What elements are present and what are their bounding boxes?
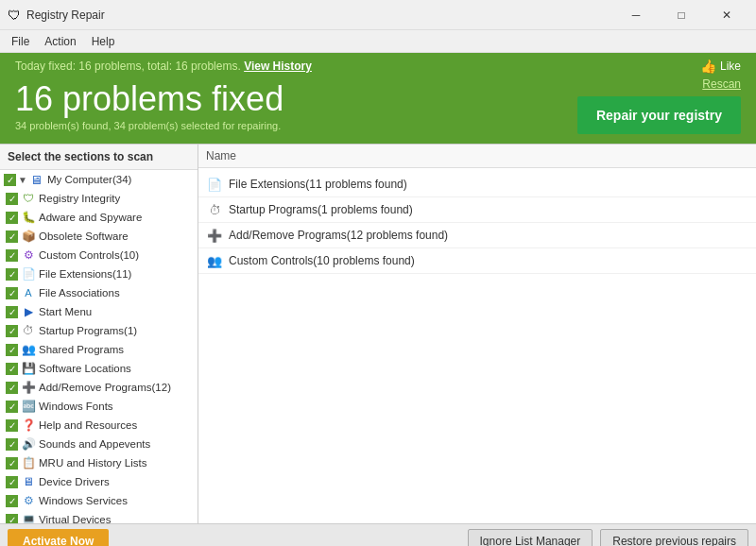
list-item[interactable]: ✓ ❓ Help and Resources: [0, 416, 198, 435]
rescan-link[interactable]: Rescan: [702, 77, 741, 91]
view-history-link[interactable]: View History: [244, 60, 312, 73]
list-item[interactable]: ✓ 💻 Virtual Devices: [0, 510, 198, 523]
package-icon: 📦: [21, 229, 36, 244]
restore-repairs-button[interactable]: Restore previous repairs: [600, 529, 748, 547]
drivers-icon: 🖥: [21, 474, 36, 489]
result-text: Add/Remove Programs(12 problems found): [229, 229, 448, 242]
item-checkbox[interactable]: ✓: [6, 212, 18, 224]
assoc-icon: A: [21, 285, 36, 300]
result-item[interactable]: ⏱ Startup Programs(1 problems found): [198, 197, 756, 223]
result-text: Custom Controls(10 problems found): [229, 254, 415, 267]
close-button[interactable]: ✕: [705, 0, 748, 30]
root-label: My Computer(34): [47, 174, 131, 185]
root-checkbox[interactable]: ✓: [4, 174, 16, 186]
item-checkbox[interactable]: ✓: [6, 193, 18, 205]
startup-icon: ⏱: [21, 323, 36, 338]
title-bar: 🛡 Registry Repair ─ □ ✕: [0, 0, 756, 30]
list-item[interactable]: ✓ 🛡 Registry Integrity: [0, 189, 198, 208]
services-icon: ⚙: [21, 493, 36, 508]
startup-result-icon: ⏱: [206, 201, 223, 218]
tree-root[interactable]: ✓ ▼ 🖥 My Computer(34): [0, 170, 198, 189]
custom-icon: ⚙: [21, 247, 36, 263]
result-item[interactable]: ➕ Add/Remove Programs(12 problems found): [198, 223, 756, 248]
file-ext-result-icon: 📄: [206, 176, 223, 193]
like-button[interactable]: 👍 Like: [700, 59, 741, 74]
fonts-icon: 🔤: [21, 399, 36, 414]
list-item[interactable]: ✓ 💾 Software Locations: [0, 359, 198, 378]
result-item[interactable]: 👥 Custom Controls(10 problems found): [198, 248, 756, 274]
item-checkbox[interactable]: ✓: [6, 476, 18, 488]
problems-subtitle: 34 problem(s) found, 34 problem(s) selec…: [15, 120, 284, 131]
item-checkbox[interactable]: ✓: [6, 382, 18, 394]
list-item[interactable]: ✓ 🐛 Adware and Spyware: [0, 208, 198, 227]
help-icon: ❓: [21, 418, 36, 433]
file-ext-icon: 📄: [21, 266, 36, 282]
window-title: Registry Repair: [26, 9, 614, 22]
custom-result-icon: 👥: [206, 252, 223, 269]
activate-button[interactable]: Activate Now: [8, 529, 109, 547]
addremove-icon: ➕: [21, 380, 36, 395]
ignore-list-button[interactable]: Ignore List Manager: [468, 529, 593, 547]
header-today-text: Today fixed: 16 problems, total: 16 prob…: [15, 60, 312, 73]
list-item[interactable]: ✓ 📄 File Extensions(11): [0, 264, 198, 283]
left-panel: Select the sections to scan ✓ ▼ 🖥 My Com…: [0, 145, 198, 523]
result-item[interactable]: 📄 File Extensions(11 problems found): [198, 172, 756, 197]
menu-help[interactable]: Help: [84, 33, 123, 50]
bottom-bar: Activate Now Ignore List Manager Restore…: [0, 523, 756, 546]
item-checkbox[interactable]: ✓: [6, 457, 18, 469]
list-item[interactable]: ✓ ⏱ Startup Programs(1): [0, 321, 198, 340]
sounds-icon: 🔊: [21, 436, 36, 452]
list-item[interactable]: ✓ 🔊 Sounds and Appevents: [0, 435, 198, 453]
item-checkbox[interactable]: ✓: [6, 363, 18, 375]
shared-icon: 👥: [21, 342, 36, 357]
start-icon: ▶: [21, 304, 36, 319]
list-item[interactable]: ✓ 🖥 Device Drivers: [0, 472, 198, 491]
list-item[interactable]: ✓ 🔤 Windows Fonts: [0, 397, 198, 416]
item-checkbox[interactable]: ✓: [6, 401, 18, 413]
mru-icon: 📋: [21, 455, 36, 470]
list-item[interactable]: ✓ 📋 MRU and History Lists: [0, 453, 198, 472]
software-icon: 💾: [21, 361, 36, 376]
item-checkbox[interactable]: ✓: [6, 344, 18, 356]
item-checkbox[interactable]: ✓: [6, 249, 18, 262]
list-item[interactable]: ✓ ⚙ Windows Services: [0, 491, 198, 510]
list-item[interactable]: ✓ A File Associations: [0, 283, 198, 302]
list-item[interactable]: ✓ ⚙ Custom Controls(10): [0, 246, 198, 264]
menu-action[interactable]: Action: [37, 33, 83, 50]
item-checkbox[interactable]: ✓: [6, 438, 18, 451]
window-controls: ─ □ ✕: [614, 0, 748, 30]
maximize-button[interactable]: □: [660, 0, 703, 30]
repair-button[interactable]: Repair your registry: [577, 96, 741, 134]
item-checkbox[interactable]: ✓: [6, 306, 18, 318]
result-text: File Extensions(11 problems found): [229, 178, 407, 191]
result-text: Startup Programs(1 problems found): [229, 203, 413, 216]
item-checkbox[interactable]: ✓: [6, 514, 18, 524]
virtual-icon: 💻: [21, 512, 36, 523]
main-content: Select the sections to scan ✓ ▼ 🖥 My Com…: [0, 144, 756, 523]
item-checkbox[interactable]: ✓: [6, 230, 18, 243]
right-panel-header: Name: [198, 145, 756, 168]
list-item[interactable]: ✓ 📦 Obsolete Software: [0, 227, 198, 246]
item-checkbox[interactable]: ✓: [6, 268, 18, 281]
like-icon: 👍: [700, 59, 716, 74]
expand-icon: ▼: [18, 175, 27, 185]
problems-title: 16 problems fixed: [15, 80, 284, 118]
minimize-button[interactable]: ─: [614, 0, 658, 30]
menu-file[interactable]: File: [4, 33, 37, 50]
shield-icon: 🛡: [21, 191, 36, 206]
item-checkbox[interactable]: ✓: [6, 495, 18, 507]
app-icon: 🛡: [8, 8, 21, 23]
item-checkbox[interactable]: ✓: [6, 419, 18, 432]
item-checkbox[interactable]: ✓: [6, 325, 18, 337]
item-checkbox[interactable]: ✓: [6, 287, 18, 299]
monitor-icon: 🖥: [29, 172, 44, 187]
list-item[interactable]: ✓ ▶ Start Menu: [0, 302, 198, 321]
bug-icon: 🐛: [21, 210, 36, 225]
left-panel-body: ✓ ▼ 🖥 My Computer(34) ✓ 🛡 Registry Integ…: [0, 170, 198, 523]
menu-bar: File Action Help: [0, 30, 756, 53]
right-panel-body: 📄 File Extensions(11 problems found) ⏱ S…: [198, 168, 756, 523]
list-item[interactable]: ✓ 👥 Shared Programs: [0, 340, 198, 359]
list-item[interactable]: ✓ ➕ Add/Remove Programs(12): [0, 378, 198, 397]
left-panel-header: Select the sections to scan: [0, 145, 198, 170]
right-panel: Name 📄 File Extensions(11 problems found…: [198, 145, 756, 523]
